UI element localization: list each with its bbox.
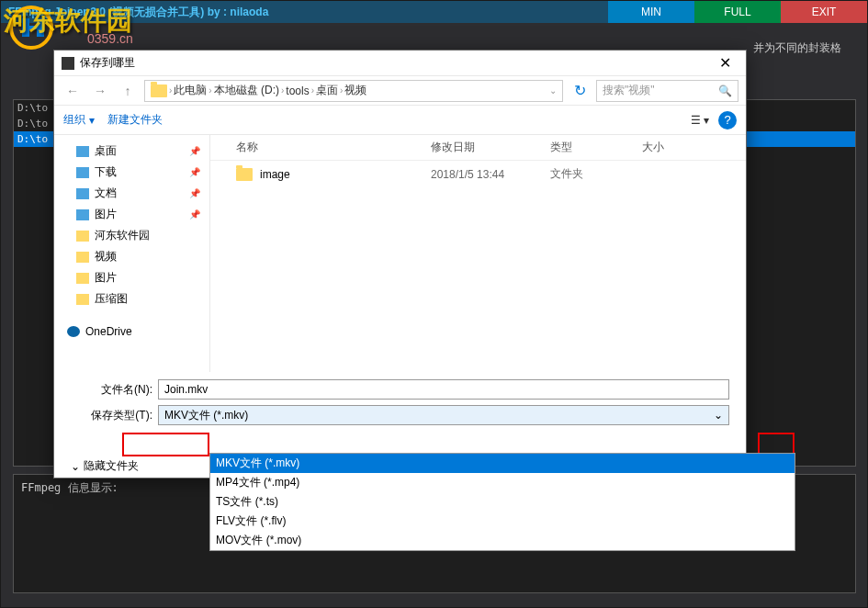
pin-icon: 📌: [189, 146, 200, 156]
download-icon: [76, 167, 89, 178]
dropdown-option[interactable]: TS文件 (*.ts): [210, 492, 795, 512]
dialog-title: 保存到哪里: [80, 55, 711, 71]
column-header-name[interactable]: 名称: [210, 140, 431, 155]
info-label: FFmpeg 信息显示:: [21, 481, 118, 494]
filename-label: 文件名(N):: [71, 382, 158, 398]
dropdown-option[interactable]: MOV文件 (*.mov): [210, 531, 795, 550]
filename-input[interactable]: [158, 379, 729, 400]
sidebar-item-folder[interactable]: 视频: [54, 246, 209, 267]
column-header-size[interactable]: 大小: [642, 140, 706, 155]
dialog-toolbar: 组织 ▾ 新建文件夹 ☰ ▾ ?: [54, 106, 746, 135]
chevron-down-icon: ⌄: [714, 409, 723, 422]
folder-icon: [151, 84, 167, 97]
search-placeholder: 搜索"视频": [603, 83, 655, 98]
nav-up-button[interactable]: ↑: [117, 80, 139, 102]
search-icon: 🔍: [718, 84, 732, 97]
sidebar-item-desktop[interactable]: 桌面📌: [54, 141, 209, 162]
refresh-button[interactable]: ↻: [569, 82, 591, 99]
folder-icon: [76, 231, 89, 242]
nav-forward-button[interactable]: →: [89, 80, 111, 102]
chevron-right-icon: ›: [311, 85, 314, 96]
dropdown-option[interactable]: MP4文件 (*.mp4): [210, 473, 795, 492]
breadcrumb-item[interactable]: 此电脑: [174, 83, 207, 98]
sidebar-item-downloads[interactable]: 下载📌: [54, 162, 209, 183]
dialog-titlebar: 保存到哪里 ✕: [54, 51, 746, 76]
sidebar-item-onedrive[interactable]: OneDrive: [54, 322, 209, 341]
pictures-icon: [76, 209, 89, 220]
nav-back-button[interactable]: ←: [62, 80, 84, 102]
chevron-right-icon: ›: [340, 85, 343, 96]
folder-icon: [76, 273, 89, 284]
close-button[interactable]: ✕: [711, 52, 738, 74]
documents-icon: [76, 188, 89, 199]
new-folder-button[interactable]: 新建文件夹: [107, 112, 163, 128]
chevron-down-icon[interactable]: ⌄: [549, 85, 557, 96]
chevron-down-icon: ▾: [89, 114, 95, 127]
watermark-url: 0359.cn: [87, 31, 133, 46]
folder-icon: [76, 252, 89, 263]
dialog-body: 桌面📌 下载📌 文档📌 图片📌 河东软件园 视频 图片 压缩图 OneDrive…: [54, 135, 746, 372]
view-mode-button[interactable]: ☰ ▾: [691, 114, 709, 127]
breadcrumb-item[interactable]: 本地磁盘 (D:): [214, 83, 279, 98]
dialog-nav-bar: ← → ↑ › 此电脑 › 本地磁盘 (D:) › tools › 桌面 › 视…: [54, 76, 746, 106]
save-file-dialog: 保存到哪里 ✕ ← → ↑ › 此电脑 › 本地磁盘 (D:) › tools …: [53, 50, 747, 479]
file-list-view[interactable]: 名称 修改日期 类型 大小 image 2018/1/5 13:44 文件夹: [210, 135, 746, 372]
filetype-dropdown: MKV文件 (*.mkv) MP4文件 (*.mp4) TS文件 (*.ts) …: [209, 453, 795, 551]
folder-icon: [236, 168, 253, 181]
chevron-down-icon: ⌄: [71, 460, 80, 473]
sidebar-item-documents[interactable]: 文档📌: [54, 183, 209, 204]
column-header-date[interactable]: 修改日期: [431, 140, 550, 155]
organize-button[interactable]: 组织 ▾: [63, 112, 95, 128]
chevron-right-icon: ›: [169, 85, 172, 96]
dropdown-option[interactable]: MKV文件 (*.mkv): [210, 454, 795, 473]
fullscreen-button[interactable]: FULL: [694, 1, 781, 23]
dialog-icon: [62, 57, 74, 70]
sidebar-item-folder[interactable]: 图片: [54, 267, 209, 288]
pin-icon: 📌: [189, 188, 200, 198]
filetype-label: 保存类型(T):: [71, 408, 158, 423]
file-list-header: 名称 修改日期 类型 大小: [210, 135, 746, 161]
hide-folders-toggle[interactable]: ⌄ 隐藏文件夹: [71, 458, 139, 474]
dialog-sidebar: 桌面📌 下载📌 文档📌 图片📌 河东软件园 视频 图片 压缩图 OneDrive: [54, 135, 210, 372]
sidebar-item-folder[interactable]: 压缩图: [54, 288, 209, 310]
sidebar-item-pictures[interactable]: 图片📌: [54, 204, 209, 225]
breadcrumb-item[interactable]: 桌面: [316, 83, 338, 98]
minimize-button[interactable]: MIN: [608, 1, 694, 23]
desktop-icon: [76, 146, 89, 157]
column-header-type[interactable]: 类型: [550, 140, 642, 155]
folder-icon: [76, 294, 89, 305]
sidebar-item-folder[interactable]: 河东软件园: [54, 225, 209, 246]
table-row[interactable]: image 2018/1/5 13:44 文件夹: [210, 161, 746, 187]
dropdown-option[interactable]: FLV文件 (*.flv): [210, 512, 795, 531]
breadcrumb-item[interactable]: 视频: [344, 83, 366, 98]
exit-button[interactable]: EXIT: [781, 1, 867, 23]
cloud-icon: [67, 326, 80, 337]
pin-icon: 📌: [189, 167, 200, 177]
filetype-select[interactable]: MKV文件 (*.mkv) ⌄: [158, 405, 729, 425]
chevron-right-icon: ›: [209, 85, 211, 96]
search-input[interactable]: 搜索"视频" 🔍: [596, 80, 738, 102]
hint-text: 并为不同的封装格: [753, 40, 841, 56]
breadcrumb[interactable]: › 此电脑 › 本地磁盘 (D:) › tools › 桌面 › 视频 ⌄: [144, 80, 563, 102]
chevron-right-icon: ›: [281, 85, 284, 96]
help-button[interactable]: ?: [718, 111, 737, 129]
breadcrumb-item[interactable]: tools: [286, 84, 309, 97]
pin-icon: 📌: [189, 209, 200, 220]
